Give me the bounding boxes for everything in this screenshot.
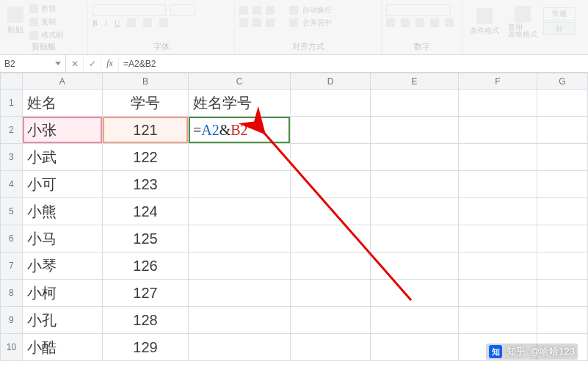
row-header-2[interactable]: 2 bbox=[1, 117, 23, 144]
cell-C5[interactable] bbox=[188, 198, 290, 225]
cell-B6[interactable]: 125 bbox=[102, 225, 188, 252]
currency-icon[interactable] bbox=[386, 18, 395, 27]
cell-B5[interactable]: 124 bbox=[102, 198, 188, 225]
font-color-icon[interactable] bbox=[159, 18, 168, 27]
align-bot-icon[interactable] bbox=[266, 6, 275, 15]
cell-E1[interactable] bbox=[370, 90, 458, 117]
cell-B8[interactable]: 127 bbox=[102, 280, 188, 307]
cell-A5[interactable]: 小熊 bbox=[22, 198, 102, 225]
cell-C1[interactable]: 姓名学号 bbox=[188, 90, 290, 117]
row-header-10[interactable]: 10 bbox=[1, 334, 23, 361]
style-normal[interactable]: 常规 bbox=[543, 7, 576, 21]
cell-E4[interactable] bbox=[370, 171, 458, 198]
cell-E2[interactable] bbox=[370, 117, 458, 144]
cell-F7[interactable] bbox=[459, 252, 537, 280]
paste-button[interactable]: 粘贴 bbox=[4, 3, 26, 38]
col-header-G[interactable]: G bbox=[537, 73, 587, 90]
cell-B3[interactable]: 122 bbox=[102, 144, 188, 171]
cell-G1[interactable] bbox=[537, 90, 587, 117]
cell-G5[interactable] bbox=[537, 198, 587, 225]
conditional-format-button[interactable]: 条件格式 bbox=[467, 4, 502, 40]
row-header-1[interactable]: 1 bbox=[1, 90, 23, 117]
row-header-8[interactable]: 8 bbox=[1, 280, 23, 307]
col-header-D[interactable]: D bbox=[291, 73, 371, 90]
cell-B7[interactable]: 126 bbox=[102, 252, 188, 280]
align-left-icon[interactable] bbox=[239, 18, 248, 27]
cell-C2[interactable]: =A2&B2 bbox=[188, 117, 290, 144]
cell-D1[interactable] bbox=[291, 90, 371, 117]
cell-A7[interactable]: 小琴 bbox=[22, 252, 102, 280]
cell-E9[interactable] bbox=[370, 307, 458, 334]
cell-F3[interactable] bbox=[459, 144, 537, 171]
copy-button[interactable]: 复制 bbox=[29, 16, 63, 28]
cell-D5[interactable] bbox=[291, 198, 371, 225]
cell-E7[interactable] bbox=[370, 252, 458, 280]
spreadsheet[interactable]: ABCDEFG1姓名学号姓名学号2小张121=A2&B23小武1224小可123… bbox=[0, 73, 588, 361]
row-header-7[interactable]: 7 bbox=[1, 252, 23, 280]
cell-E3[interactable] bbox=[370, 144, 458, 171]
align-mid-icon[interactable] bbox=[253, 6, 261, 15]
cell-A9[interactable]: 小孔 bbox=[22, 307, 102, 334]
bold-button[interactable]: B bbox=[92, 19, 98, 27]
align-center-icon[interactable] bbox=[253, 18, 261, 27]
merge-center-button[interactable]: 合并居中 bbox=[302, 18, 332, 28]
style-good[interactable]: 好 bbox=[543, 22, 576, 35]
cell-B1[interactable]: 学号 bbox=[102, 90, 188, 117]
cell-D3[interactable] bbox=[291, 144, 371, 171]
cell-F9[interactable] bbox=[459, 307, 537, 334]
cell-E6[interactable] bbox=[370, 225, 458, 252]
row-header-5[interactable]: 5 bbox=[1, 198, 23, 225]
italic-button[interactable]: I bbox=[105, 19, 107, 27]
align-right-icon[interactable] bbox=[266, 18, 275, 27]
row-header-6[interactable]: 6 bbox=[1, 225, 23, 252]
name-box[interactable]: B2 bbox=[0, 55, 66, 72]
cell-D4[interactable] bbox=[291, 171, 371, 198]
row-header-3[interactable]: 3 bbox=[1, 144, 23, 171]
formula-cancel-button[interactable]: ✕ bbox=[66, 55, 84, 72]
cut-button[interactable]: 剪切 bbox=[29, 3, 63, 15]
cell-D6[interactable] bbox=[291, 225, 371, 252]
cell-C7[interactable] bbox=[188, 252, 290, 280]
cell-E5[interactable] bbox=[370, 198, 458, 225]
cell-F6[interactable] bbox=[459, 225, 537, 252]
cell-G6[interactable] bbox=[537, 225, 587, 252]
cell-G4[interactable] bbox=[537, 171, 587, 198]
cell-F1[interactable] bbox=[459, 90, 537, 117]
col-header-E[interactable]: E bbox=[370, 73, 458, 90]
cell-F5[interactable] bbox=[459, 198, 537, 225]
wrap-text-button[interactable]: 自动换行 bbox=[302, 5, 332, 15]
inc-decimal-icon[interactable] bbox=[430, 18, 439, 27]
cell-G3[interactable] bbox=[537, 144, 587, 171]
row-header-4[interactable]: 4 bbox=[1, 171, 23, 198]
col-header-B[interactable]: B bbox=[102, 73, 188, 90]
cell-A8[interactable]: 小柯 bbox=[22, 280, 102, 307]
underline-button[interactable]: U bbox=[115, 19, 120, 27]
cell-C3[interactable] bbox=[188, 144, 290, 171]
font-size-select[interactable] bbox=[170, 4, 195, 16]
cell-B9[interactable]: 128 bbox=[102, 307, 188, 334]
number-format-select[interactable] bbox=[386, 4, 451, 16]
col-header-A[interactable]: A bbox=[22, 73, 102, 90]
select-all-corner[interactable] bbox=[1, 73, 23, 90]
cell-A4[interactable]: 小可 bbox=[22, 171, 102, 198]
formula-confirm-button[interactable]: ✓ bbox=[84, 55, 101, 72]
cell-B2[interactable]: 121 bbox=[102, 117, 188, 144]
cell-C8[interactable] bbox=[188, 280, 290, 307]
cell-G9[interactable] bbox=[537, 307, 587, 334]
cell-D8[interactable] bbox=[291, 280, 371, 307]
cell-A2[interactable]: 小张 bbox=[22, 117, 102, 144]
cell-C10[interactable] bbox=[188, 334, 290, 361]
cell-C9[interactable] bbox=[188, 307, 290, 334]
cell-F2[interactable] bbox=[459, 117, 537, 144]
cell-E10[interactable] bbox=[370, 334, 458, 361]
cell-G7[interactable] bbox=[537, 252, 587, 280]
font-name-select[interactable] bbox=[92, 4, 166, 16]
col-header-F[interactable]: F bbox=[459, 73, 537, 90]
cell-D2[interactable] bbox=[291, 117, 371, 144]
cell-G2[interactable] bbox=[537, 117, 587, 144]
comma-icon[interactable] bbox=[415, 18, 424, 27]
percent-icon[interactable] bbox=[401, 18, 410, 27]
cell-D9[interactable] bbox=[291, 307, 371, 334]
table-format-button[interactable]: 套用 表格格式 bbox=[505, 4, 540, 40]
cell-F4[interactable] bbox=[459, 171, 537, 198]
